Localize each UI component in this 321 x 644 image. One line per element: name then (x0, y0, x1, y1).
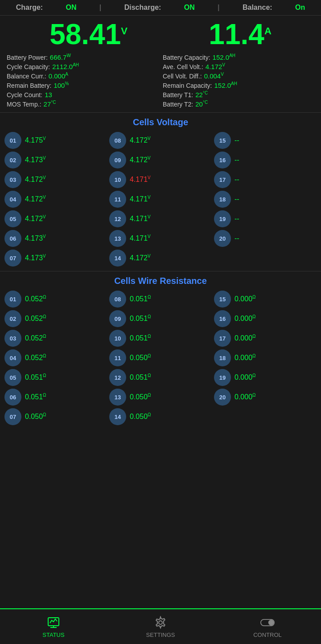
charge-label: Charge: (16, 4, 43, 12)
stat-left-5: MOS Temp.:27°C (7, 100, 158, 108)
control-nav-label: CONTROL (253, 632, 282, 638)
voltage-cell: 15 -- (214, 132, 317, 149)
resistance-cell: 12 0.051Ω (109, 369, 212, 386)
resistance-cell: 07 0.050Ω (4, 408, 107, 425)
voltage-cell: 19 -- (214, 210, 317, 227)
resistance-cell: 03 0.052Ω (4, 330, 107, 347)
voltage-cell: 20 -- (214, 230, 317, 247)
resistance-cell: 05 0.051Ω (4, 369, 107, 386)
balance-status: On (295, 4, 305, 12)
voltage-cell: 02 4.173V (4, 152, 107, 168)
stat-left-0: Battery Power:666.7W (7, 53, 158, 61)
settings-nav-label: SETTINGS (146, 632, 175, 638)
resistance-cell: 09 0.051Ω (109, 310, 212, 327)
current-value: 11.4 (209, 18, 264, 50)
voltage-cell: 12 4.171V (109, 210, 212, 227)
bottom-nav: STATUS SETTINGS CONTROL (0, 608, 321, 644)
resistance-cell: 06 0.051Ω (4, 389, 107, 406)
voltage-cell: 18 -- (214, 191, 317, 208)
voltage-cell (214, 250, 317, 267)
charge-status: ON (66, 4, 76, 12)
voltage-cell: 08 4.172V (109, 132, 212, 149)
discharge-status: ON (184, 4, 195, 12)
stat-right-3: Remain Capacity:152.0AH (163, 81, 314, 89)
stat-right-5: Battery T2:20°C (163, 100, 314, 108)
status-nav-label: STATUS (42, 632, 64, 638)
resistance-cell: 11 0.050Ω (109, 349, 212, 366)
stat-left-3: Remain Battery:100% (7, 81, 158, 89)
resistance-cell: 16 0.000Ω (214, 310, 317, 327)
cells-voltage-title: Cells Voltage (0, 112, 321, 130)
svg-point-5 (269, 620, 274, 625)
resistance-cell: 17 0.000Ω (214, 330, 317, 347)
voltage-unit: V (121, 25, 128, 37)
status-icon (46, 615, 61, 630)
resistance-cell: 01 0.052Ω (4, 291, 107, 308)
stat-right-0: Battery Capacity:152.0AH (163, 53, 314, 61)
resistance-cell: 20 0.000Ω (214, 389, 317, 406)
voltage-cell: 05 4.172V (4, 210, 107, 227)
voltage-cell: 16 -- (214, 152, 317, 168)
voltage-cell: 13 4.171V (109, 230, 212, 247)
voltage-cell: 01 4.175V (4, 132, 107, 149)
current-display: 11.4A (209, 20, 271, 49)
voltage-display: 58.41V (49, 20, 128, 49)
voltage-cell: 10 4.171V (109, 171, 212, 188)
voltage-cell: 04 4.172V (4, 191, 107, 208)
current-unit: A (264, 25, 272, 37)
voltage-cell: 09 4.172V (109, 152, 212, 168)
svg-point-3 (159, 621, 162, 624)
stat-right-4: Battery T1:22°C (163, 90, 314, 98)
nav-status[interactable]: STATUS (0, 612, 107, 642)
voltage-cell: 06 4.173V (4, 230, 107, 247)
discharge-label: Discharge: (124, 4, 161, 12)
resistance-cell (214, 408, 317, 425)
stats-grid: Battery Power:666.7WBattery Capacity:152… (0, 51, 321, 110)
stat-right-1: Ave. Cell Volt.:4.172V (163, 62, 314, 70)
voltage-cell: 17 -- (214, 171, 317, 188)
status-bar: Charge: ON | Discharge: ON | Balance: On (0, 0, 321, 16)
settings-icon (153, 615, 168, 630)
resistance-cell: 10 0.051Ω (109, 330, 212, 347)
nav-control[interactable]: CONTROL (214, 612, 321, 642)
voltage-cell: 14 4.172V (109, 250, 212, 267)
stat-right-2: Cell Volt. Diff.:0.004V (163, 72, 314, 80)
cells-resistance-grid: 01 0.052Ω 08 0.051Ω 15 0.000Ω 02 0.052Ω … (0, 288, 321, 427)
resistance-cell: 13 0.050Ω (109, 389, 212, 406)
resistance-cell: 08 0.051Ω (109, 291, 212, 308)
resistance-cell: 18 0.000Ω (214, 349, 317, 366)
balance-label: Balance: (243, 4, 272, 12)
resistance-cell: 04 0.052Ω (4, 349, 107, 366)
resistance-cell: 14 0.050Ω (109, 408, 212, 425)
cells-resistance-title: Cells Wire Resistance (0, 271, 321, 288)
resistance-cell: 02 0.052Ω (4, 310, 107, 327)
main-metrics: 58.41V 11.4A (0, 16, 321, 51)
nav-settings[interactable]: SETTINGS (107, 612, 214, 642)
cells-voltage-grid: 01 4.175V 08 4.172V 15 -- 02 4.173V 09 4… (0, 130, 321, 269)
stat-left-4: Cycle Count:13 (7, 90, 158, 98)
voltage-value: 58.41 (49, 18, 121, 50)
voltage-cell: 11 4.171V (109, 191, 212, 208)
control-icon (260, 615, 275, 630)
voltage-cell: 07 4.173V (4, 250, 107, 267)
stat-left-1: Cycle Capacity:2112.0AH (7, 62, 158, 70)
stat-left-2: Balance Curr.:0.000A (7, 72, 158, 80)
resistance-cell: 15 0.000Ω (214, 291, 317, 308)
resistance-cell: 19 0.000Ω (214, 369, 317, 386)
voltage-cell: 03 4.172V (4, 171, 107, 188)
